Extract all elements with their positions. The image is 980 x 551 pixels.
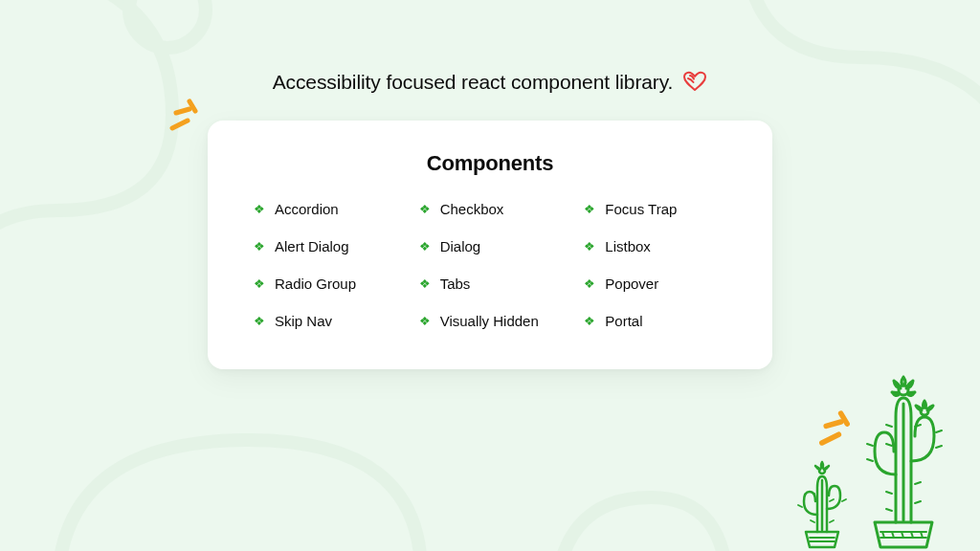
svg-line-5 bbox=[826, 422, 840, 426]
component-label: Radio Group bbox=[275, 276, 356, 292]
component-label: Dialog bbox=[440, 238, 481, 254]
heart-icon bbox=[682, 71, 707, 94]
component-link[interactable]: ❖Popover bbox=[584, 276, 726, 292]
diamond-bullet-icon: ❖ bbox=[584, 240, 595, 253]
diamond-bullet-icon: ❖ bbox=[254, 240, 265, 253]
diamond-bullet-icon: ❖ bbox=[584, 277, 595, 290]
diamond-bullet-icon: ❖ bbox=[419, 277, 431, 290]
component-link[interactable]: ❖Listbox bbox=[584, 238, 726, 254]
svg-line-26 bbox=[830, 520, 834, 522]
svg-line-25 bbox=[830, 499, 834, 501]
component-link[interactable]: ❖Accordion bbox=[254, 201, 396, 217]
components-grid: ❖Accordion ❖Checkbox ❖Focus Trap ❖Alert … bbox=[254, 201, 726, 329]
component-label: Tabs bbox=[440, 276, 471, 292]
component-label: Portal bbox=[605, 313, 642, 329]
component-label: Alert Dialog bbox=[275, 238, 349, 254]
svg-line-27 bbox=[798, 505, 802, 507]
component-link[interactable]: ❖Checkbox bbox=[419, 201, 562, 217]
component-label: Skip Nav bbox=[275, 313, 332, 329]
svg-line-18 bbox=[867, 444, 873, 446]
svg-line-11 bbox=[886, 444, 892, 446]
component-label: Focus Trap bbox=[605, 201, 677, 217]
svg-line-24 bbox=[811, 520, 814, 522]
svg-line-4 bbox=[822, 434, 839, 443]
diamond-bullet-icon: ❖ bbox=[419, 240, 431, 253]
component-link[interactable]: ❖Visually Hidden bbox=[419, 313, 562, 329]
components-card: Components ❖Accordion ❖Checkbox ❖Focus T… bbox=[208, 121, 772, 369]
cactus-illustration bbox=[846, 369, 961, 551]
component-label: Visually Hidden bbox=[440, 313, 539, 329]
component-link[interactable]: ❖Focus Trap bbox=[584, 201, 726, 217]
svg-line-20 bbox=[936, 430, 942, 432]
diamond-bullet-icon: ❖ bbox=[254, 315, 265, 327]
diamond-bullet-icon: ❖ bbox=[584, 315, 595, 327]
svg-line-13 bbox=[886, 509, 892, 511]
card-title: Components bbox=[254, 151, 726, 176]
component-link[interactable]: ❖Radio Group bbox=[254, 276, 396, 292]
component-link[interactable]: ❖Alert Dialog bbox=[254, 238, 396, 254]
component-label: Listbox bbox=[605, 238, 651, 254]
svg-line-19 bbox=[936, 446, 942, 448]
component-link[interactable]: ❖Tabs bbox=[419, 276, 562, 292]
svg-line-12 bbox=[886, 492, 892, 494]
component-label: Accordion bbox=[275, 201, 339, 217]
component-link[interactable]: ❖Skip Nav bbox=[254, 313, 396, 329]
component-link[interactable]: ❖Portal bbox=[584, 313, 726, 329]
svg-line-28 bbox=[842, 499, 846, 501]
tagline-text: Accessibility focused react component li… bbox=[273, 71, 674, 94]
svg-line-17 bbox=[867, 459, 873, 461]
component-link[interactable]: ❖Dialog bbox=[419, 238, 562, 254]
diamond-bullet-icon: ❖ bbox=[419, 315, 431, 327]
diamond-bullet-icon: ❖ bbox=[254, 277, 265, 290]
svg-line-16 bbox=[915, 501, 921, 503]
diamond-bullet-icon: ❖ bbox=[254, 203, 265, 215]
component-label: Checkbox bbox=[440, 201, 504, 217]
svg-line-23 bbox=[811, 492, 814, 494]
component-label: Popover bbox=[605, 276, 658, 292]
diamond-bullet-icon: ❖ bbox=[419, 203, 431, 215]
cactus-illustration bbox=[789, 455, 856, 551]
svg-line-15 bbox=[915, 482, 921, 484]
svg-line-10 bbox=[886, 425, 892, 427]
tagline-row: Accessibility focused react component li… bbox=[273, 71, 708, 94]
diamond-bullet-icon: ❖ bbox=[584, 203, 595, 215]
